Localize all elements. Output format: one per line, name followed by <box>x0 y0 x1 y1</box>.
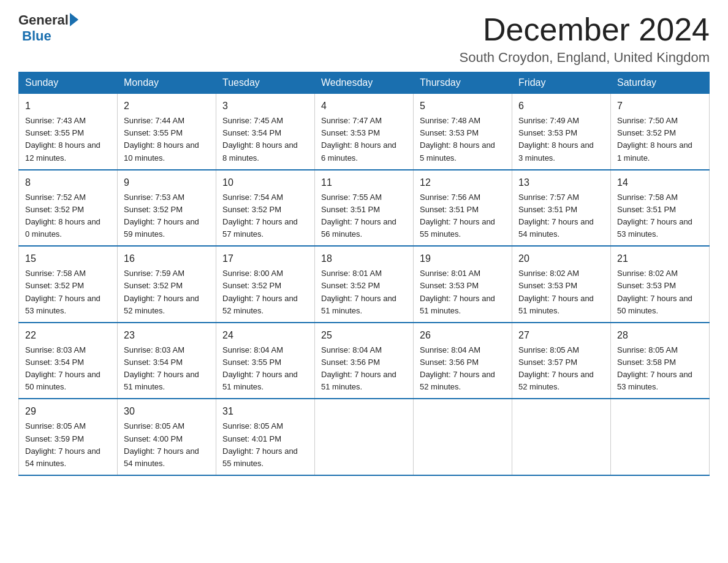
col-header-saturday: Saturday <box>611 72 710 94</box>
day-info: Sunrise: 8:05 AMSunset: 3:57 PMDaylight:… <box>518 344 604 394</box>
calendar-cell: 6Sunrise: 7:49 AMSunset: 3:53 PMDaylight… <box>512 94 611 170</box>
logo-arrow-icon <box>70 13 78 26</box>
calendar-week-row: 22Sunrise: 8:03 AMSunset: 3:54 PMDayligh… <box>19 323 710 399</box>
calendar-cell: 22Sunrise: 8:03 AMSunset: 3:54 PMDayligh… <box>19 323 118 399</box>
main-title: December 2024 <box>460 12 710 47</box>
day-info: Sunrise: 8:04 AMSunset: 3:56 PMDaylight:… <box>321 344 407 394</box>
calendar-cell: 3Sunrise: 7:45 AMSunset: 3:54 PMDaylight… <box>216 94 315 170</box>
col-header-friday: Friday <box>512 72 611 94</box>
day-number: 7 <box>617 99 703 113</box>
day-info: Sunrise: 7:56 AMSunset: 3:51 PMDaylight:… <box>420 191 506 241</box>
calendar-cell: 28Sunrise: 8:05 AMSunset: 3:58 PMDayligh… <box>611 323 710 399</box>
day-number: 22 <box>25 328 111 343</box>
calendar-cell: 11Sunrise: 7:55 AMSunset: 3:51 PMDayligh… <box>315 170 414 247</box>
day-number: 3 <box>222 99 308 113</box>
calendar-cell <box>315 399 414 475</box>
day-number: 15 <box>25 251 111 266</box>
day-info: Sunrise: 7:55 AMSunset: 3:51 PMDaylight:… <box>321 191 407 241</box>
day-info: Sunrise: 7:45 AMSunset: 3:54 PMDaylight:… <box>222 115 308 164</box>
page-header: General Blue December 2024 South Croydon… <box>18 12 710 66</box>
day-info: Sunrise: 7:58 AMSunset: 3:52 PMDaylight:… <box>25 267 111 317</box>
day-info: Sunrise: 7:44 AMSunset: 3:55 PMDaylight:… <box>124 115 210 164</box>
day-number: 11 <box>321 175 407 190</box>
calendar-cell: 25Sunrise: 8:04 AMSunset: 3:56 PMDayligh… <box>315 323 414 399</box>
day-number: 4 <box>321 99 407 113</box>
day-number: 19 <box>420 251 506 266</box>
day-info: Sunrise: 7:59 AMSunset: 3:52 PMDaylight:… <box>124 267 210 317</box>
calendar-cell: 1Sunrise: 7:43 AMSunset: 3:55 PMDaylight… <box>19 94 118 170</box>
calendar-cell: 4Sunrise: 7:47 AMSunset: 3:53 PMDaylight… <box>315 94 414 170</box>
calendar-cell: 24Sunrise: 8:04 AMSunset: 3:55 PMDayligh… <box>216 323 315 399</box>
calendar-cell: 17Sunrise: 8:00 AMSunset: 3:52 PMDayligh… <box>216 246 315 323</box>
day-info: Sunrise: 7:47 AMSunset: 3:53 PMDaylight:… <box>321 115 407 164</box>
calendar-cell: 23Sunrise: 8:03 AMSunset: 3:54 PMDayligh… <box>118 323 216 399</box>
day-number: 1 <box>25 99 111 113</box>
subtitle: South Croydon, England, United Kingdom <box>460 50 710 66</box>
day-info: Sunrise: 8:05 AMSunset: 4:00 PMDaylight:… <box>124 420 210 470</box>
calendar-cell: 19Sunrise: 8:01 AMSunset: 3:53 PMDayligh… <box>414 246 512 323</box>
day-info: Sunrise: 7:52 AMSunset: 3:52 PMDaylight:… <box>25 191 111 241</box>
day-number: 27 <box>518 328 604 343</box>
day-info: Sunrise: 7:48 AMSunset: 3:53 PMDaylight:… <box>420 115 506 164</box>
day-info: Sunrise: 8:02 AMSunset: 3:53 PMDaylight:… <box>518 267 604 317</box>
calendar-cell: 18Sunrise: 8:01 AMSunset: 3:52 PMDayligh… <box>315 246 414 323</box>
day-info: Sunrise: 8:02 AMSunset: 3:53 PMDaylight:… <box>617 267 703 317</box>
day-number: 12 <box>420 175 506 190</box>
day-number: 10 <box>222 175 308 190</box>
calendar-cell: 10Sunrise: 7:54 AMSunset: 3:52 PMDayligh… <box>216 170 315 247</box>
calendar-cell: 2Sunrise: 7:44 AMSunset: 3:55 PMDaylight… <box>118 94 216 170</box>
col-header-monday: Monday <box>118 72 216 94</box>
day-number: 20 <box>518 251 604 266</box>
day-number: 26 <box>420 328 506 343</box>
day-number: 16 <box>124 251 210 266</box>
calendar-week-row: 1Sunrise: 7:43 AMSunset: 3:55 PMDaylight… <box>19 94 710 170</box>
day-info: Sunrise: 7:58 AMSunset: 3:51 PMDaylight:… <box>617 191 703 241</box>
day-info: Sunrise: 8:04 AMSunset: 3:56 PMDaylight:… <box>420 344 506 394</box>
day-number: 18 <box>321 251 407 266</box>
calendar-table: SundayMondayTuesdayWednesdayThursdayFrid… <box>18 72 710 476</box>
day-number: 5 <box>420 99 506 113</box>
calendar-cell: 13Sunrise: 7:57 AMSunset: 3:51 PMDayligh… <box>512 170 611 247</box>
calendar-cell: 27Sunrise: 8:05 AMSunset: 3:57 PMDayligh… <box>512 323 611 399</box>
logo-blue-text: Blue <box>22 28 51 44</box>
calendar-cell: 12Sunrise: 7:56 AMSunset: 3:51 PMDayligh… <box>414 170 512 247</box>
day-number: 28 <box>617 328 703 343</box>
calendar-cell: 15Sunrise: 7:58 AMSunset: 3:52 PMDayligh… <box>19 246 118 323</box>
day-number: 30 <box>124 404 210 419</box>
day-info: Sunrise: 8:00 AMSunset: 3:52 PMDaylight:… <box>222 267 308 317</box>
calendar-cell: 14Sunrise: 7:58 AMSunset: 3:51 PMDayligh… <box>611 170 710 247</box>
day-number: 6 <box>518 99 604 113</box>
calendar-header-row: SundayMondayTuesdayWednesdayThursdayFrid… <box>19 72 710 94</box>
day-info: Sunrise: 8:01 AMSunset: 3:53 PMDaylight:… <box>420 267 506 317</box>
col-header-tuesday: Tuesday <box>216 72 315 94</box>
day-number: 25 <box>321 328 407 343</box>
calendar-cell: 5Sunrise: 7:48 AMSunset: 3:53 PMDaylight… <box>414 94 512 170</box>
logo: General Blue <box>18 12 78 44</box>
day-info: Sunrise: 7:57 AMSunset: 3:51 PMDaylight:… <box>518 191 604 241</box>
day-info: Sunrise: 8:05 AMSunset: 4:01 PMDaylight:… <box>222 420 308 470</box>
day-number: 14 <box>617 175 703 190</box>
day-info: Sunrise: 8:03 AMSunset: 3:54 PMDaylight:… <box>25 344 111 394</box>
calendar-cell: 21Sunrise: 8:02 AMSunset: 3:53 PMDayligh… <box>611 246 710 323</box>
calendar-cell: 31Sunrise: 8:05 AMSunset: 4:01 PMDayligh… <box>216 399 315 475</box>
col-header-wednesday: Wednesday <box>315 72 414 94</box>
calendar-cell: 30Sunrise: 8:05 AMSunset: 4:00 PMDayligh… <box>118 399 216 475</box>
calendar-cell: 16Sunrise: 7:59 AMSunset: 3:52 PMDayligh… <box>118 246 216 323</box>
day-number: 2 <box>124 99 210 113</box>
calendar-cell: 26Sunrise: 8:04 AMSunset: 3:56 PMDayligh… <box>414 323 512 399</box>
calendar-cell: 7Sunrise: 7:50 AMSunset: 3:52 PMDaylight… <box>611 94 710 170</box>
day-number: 24 <box>222 328 308 343</box>
calendar-week-row: 29Sunrise: 8:05 AMSunset: 3:59 PMDayligh… <box>19 399 710 475</box>
calendar-cell <box>611 399 710 475</box>
day-number: 21 <box>617 251 703 266</box>
day-number: 13 <box>518 175 604 190</box>
calendar-cell: 8Sunrise: 7:52 AMSunset: 3:52 PMDaylight… <box>19 170 118 247</box>
day-info: Sunrise: 7:49 AMSunset: 3:53 PMDaylight:… <box>518 115 604 164</box>
day-info: Sunrise: 7:50 AMSunset: 3:52 PMDaylight:… <box>617 115 703 164</box>
col-header-thursday: Thursday <box>414 72 512 94</box>
calendar-cell: 9Sunrise: 7:53 AMSunset: 3:52 PMDaylight… <box>118 170 216 247</box>
logo-general-text: General <box>18 12 69 28</box>
day-number: 29 <box>25 404 111 419</box>
day-info: Sunrise: 7:54 AMSunset: 3:52 PMDaylight:… <box>222 191 308 241</box>
day-info: Sunrise: 8:03 AMSunset: 3:54 PMDaylight:… <box>124 344 210 394</box>
